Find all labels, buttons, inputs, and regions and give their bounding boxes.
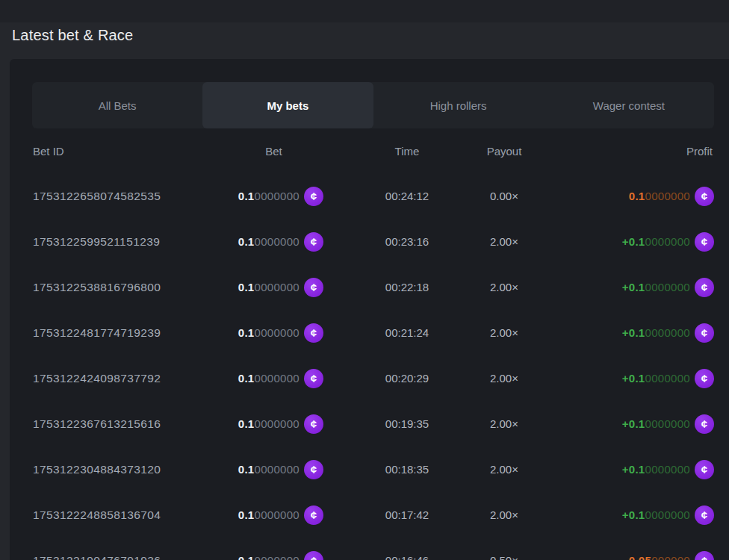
coin-icon: ¢ bbox=[304, 460, 323, 479]
bet-amount: 0.10000000 bbox=[238, 235, 300, 248]
table-row[interactable]: 1753122658074582535 0.10000000 ¢ 00:24:1… bbox=[33, 173, 714, 219]
profit-cell: +0.10000000 ¢ bbox=[534, 369, 714, 388]
payout-cell: 0.00× bbox=[474, 190, 534, 202]
bet-amount-cell: 0.10000000 ¢ bbox=[224, 460, 323, 479]
time-cell: 00:18:35 bbox=[340, 463, 474, 476]
profit-cell: +0.10000000 ¢ bbox=[534, 323, 714, 343]
coin-icon: ¢ bbox=[304, 505, 323, 525]
profit-amount: +0.10000000 bbox=[622, 281, 690, 293]
bet-amount-cell: 0.10000000 ¢ bbox=[224, 232, 323, 252]
time-cell: 00:16:46 bbox=[340, 554, 474, 560]
coin-icon: ¢ bbox=[695, 323, 714, 343]
profit-cell: +0.10000000 ¢ bbox=[534, 278, 714, 297]
bet-amount-cell: 0.10000000 ¢ bbox=[224, 278, 323, 297]
payout-cell: 0.50× bbox=[474, 554, 534, 560]
coin-icon: ¢ bbox=[695, 414, 714, 434]
time-cell: 00:22:18 bbox=[340, 281, 474, 293]
table-row[interactable]: 1753122248858136704 0.10000000 ¢ 00:17:4… bbox=[33, 492, 714, 538]
coin-icon: ¢ bbox=[695, 369, 714, 388]
profit-amount: +0.10000000 bbox=[622, 417, 690, 430]
table-row[interactable]: 1753122367613215616 0.10000000 ¢ 00:19:3… bbox=[33, 401, 714, 447]
payout-cell: 2.00× bbox=[474, 326, 534, 339]
bet-amount: 0.10000000 bbox=[238, 372, 300, 385]
table-row[interactable]: 1753122538816796800 0.10000000 ¢ 00:22:1… bbox=[33, 264, 714, 310]
tab-bar: All BetsMy betsHigh rollersWager contest bbox=[32, 82, 714, 128]
coin-icon: ¢ bbox=[304, 323, 323, 343]
profit-amount: +0.10000000 bbox=[622, 372, 690, 385]
time-cell: 00:19:35 bbox=[340, 417, 474, 430]
bet-amount-cell: 0.10000000 ¢ bbox=[224, 323, 323, 343]
table-row[interactable]: 1753122424098737792 0.10000000 ¢ 00:20:2… bbox=[33, 355, 714, 401]
latest-bets-panel: All BetsMy betsHigh rollersWager contest… bbox=[10, 59, 729, 560]
payout-cell: 2.00× bbox=[474, 281, 534, 293]
profit-cell: 0.10000000 ¢ bbox=[534, 187, 714, 206]
time-cell: 00:20:29 bbox=[340, 372, 474, 385]
payout-cell: 2.00× bbox=[474, 372, 534, 385]
coin-icon: ¢ bbox=[304, 187, 323, 206]
bet-amount: 0.10000000 bbox=[238, 463, 300, 476]
column-header-time: Time bbox=[340, 145, 474, 158]
bet-id-cell: 1753122481774719239 bbox=[33, 326, 224, 340]
coin-icon: ¢ bbox=[695, 232, 714, 252]
coin-icon: ¢ bbox=[304, 278, 323, 297]
top-strip bbox=[0, 0, 729, 22]
payout-cell: 2.00× bbox=[474, 463, 534, 476]
bet-amount: 0.10000000 bbox=[238, 417, 300, 430]
bet-amount-cell: 0.10000000 ¢ bbox=[224, 551, 323, 560]
bet-amount: 0.10000000 bbox=[238, 190, 300, 202]
table-row[interactable]: 1753122481774719239 0.10000000 ¢ 00:21:2… bbox=[33, 310, 714, 355]
time-cell: 00:21:24 bbox=[340, 326, 474, 339]
bet-amount-cell: 0.10000000 ¢ bbox=[224, 414, 323, 434]
payout-cell: 2.00× bbox=[474, 235, 534, 248]
bet-amount: 0.10000000 bbox=[238, 326, 300, 339]
page-title: Latest bet & Race bbox=[12, 27, 133, 44]
time-cell: 00:24:12 bbox=[340, 190, 474, 202]
coin-icon: ¢ bbox=[695, 460, 714, 479]
table-row[interactable]: 1753122599521151239 0.10000000 ¢ 00:23:1… bbox=[33, 219, 714, 264]
profit-cell: +0.10000000 ¢ bbox=[534, 232, 714, 252]
time-cell: 00:23:16 bbox=[340, 235, 474, 248]
column-header-payout: Payout bbox=[474, 145, 534, 158]
coin-icon: ¢ bbox=[695, 278, 714, 297]
coin-icon: ¢ bbox=[695, 551, 714, 560]
table-row[interactable]: 1753122190476791936 0.10000000 ¢ 00:16:4… bbox=[33, 538, 714, 560]
bet-amount: 0.10000000 bbox=[238, 281, 300, 293]
bet-amount-cell: 0.10000000 ¢ bbox=[224, 187, 323, 206]
tab-wager-contest[interactable]: Wager contest bbox=[544, 82, 714, 128]
profit-amount: +0.10000000 bbox=[622, 508, 690, 521]
payout-cell: 2.00× bbox=[474, 508, 534, 521]
tab-all-bets[interactable]: All Bets bbox=[32, 82, 202, 128]
payout-cell: 2.00× bbox=[474, 417, 534, 430]
table-row[interactable]: 1753122304884373120 0.10000000 ¢ 00:18:3… bbox=[33, 447, 714, 492]
tab-my-bets[interactable]: My bets bbox=[202, 82, 373, 128]
column-header-bet: Bet bbox=[224, 145, 323, 158]
coin-icon: ¢ bbox=[695, 187, 714, 206]
coin-icon: ¢ bbox=[304, 369, 323, 388]
column-header-bet-id: Bet ID bbox=[33, 145, 224, 158]
profit-amount: +0.10000000 bbox=[622, 235, 690, 248]
table-body: 1753122658074582535 0.10000000 ¢ 00:24:1… bbox=[10, 173, 729, 560]
bet-id-cell: 1753122248858136704 bbox=[33, 508, 224, 522]
bet-amount: 0.10000000 bbox=[238, 508, 300, 521]
bet-id-cell: 1753122658074582535 bbox=[33, 190, 224, 203]
profit-amount: 0.10000000 bbox=[629, 190, 690, 202]
profit-cell: +0.10000000 ¢ bbox=[534, 414, 714, 434]
profit-cell: 0.05000000 ¢ bbox=[534, 551, 714, 560]
profit-amount: 0.05000000 bbox=[629, 554, 690, 560]
bet-amount: 0.10000000 bbox=[238, 554, 300, 560]
profit-cell: +0.10000000 ¢ bbox=[534, 505, 714, 525]
bet-id-cell: 1753122424098737792 bbox=[33, 372, 224, 385]
profit-amount: +0.10000000 bbox=[622, 326, 690, 339]
tab-high-rollers[interactable]: High rollers bbox=[373, 82, 544, 128]
bet-amount-cell: 0.10000000 ¢ bbox=[224, 369, 323, 388]
bet-id-cell: 1753122190476791936 bbox=[33, 554, 224, 560]
time-cell: 00:17:42 bbox=[340, 508, 474, 521]
coin-icon: ¢ bbox=[304, 551, 323, 560]
coin-icon: ¢ bbox=[304, 232, 323, 252]
profit-amount: +0.10000000 bbox=[622, 463, 690, 476]
coin-icon: ¢ bbox=[304, 414, 323, 434]
bet-id-cell: 1753122367613215616 bbox=[33, 417, 224, 431]
bet-id-cell: 1753122538816796800 bbox=[33, 281, 224, 294]
coin-icon: ¢ bbox=[695, 505, 714, 525]
table-header-row: Bet IDBetTimePayoutProfit bbox=[33, 128, 714, 173]
